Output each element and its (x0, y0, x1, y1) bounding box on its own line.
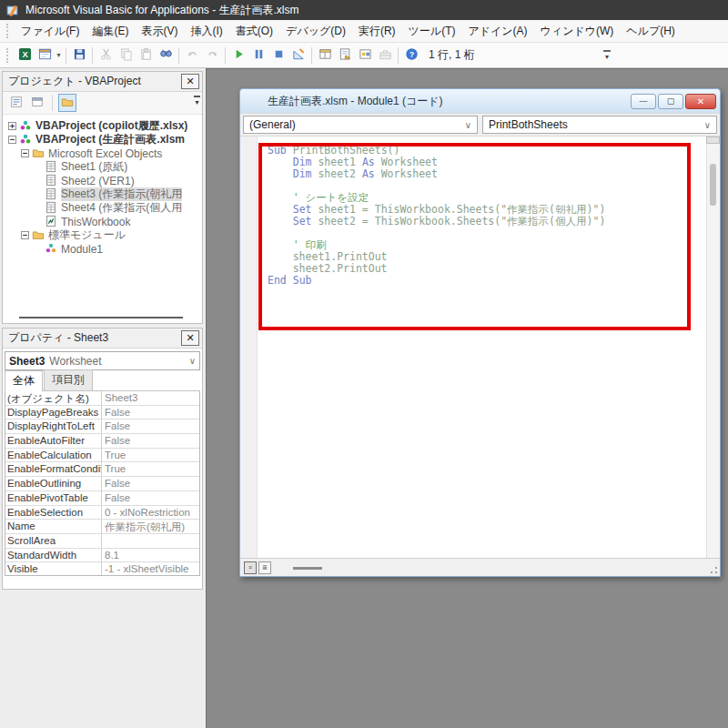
code-vertical-scrollbar[interactable] (706, 136, 720, 558)
insert-userform-button[interactable] (35, 46, 55, 66)
tree-item-sheet1[interactable]: Sheet1 (原紙) (3, 160, 202, 174)
tree-item-project-seisan[interactable]: −VBAProject (生産計画表.xlsm (3, 133, 202, 147)
tab-alphabetic[interactable]: 全体 (5, 370, 43, 391)
property-row[interactable]: ScrollArea (5, 534, 199, 549)
cut-button[interactable] (96, 46, 116, 66)
property-row[interactable]: EnableFormatConditiTrue (5, 462, 199, 477)
property-value[interactable]: False (102, 491, 199, 505)
procedure-view-button[interactable]: ≡ (244, 561, 257, 574)
property-value[interactable]: 作業指示(朝礼用) (102, 520, 199, 533)
reset-button[interactable] (268, 46, 288, 66)
tree-item-module1[interactable]: Module1 (3, 242, 202, 256)
toolbar-overflow-button[interactable]: ▾ (601, 46, 613, 66)
menubar-drag-handle[interactable] (6, 24, 11, 38)
paste-button[interactable] (136, 46, 156, 66)
expander-minus-icon[interactable]: − (21, 231, 29, 239)
close-button[interactable]: ✕ (685, 94, 716, 109)
tree-item-project-copilot[interactable]: +VBAProject (copilot履歴.xlsx) (3, 119, 202, 133)
property-value[interactable]: True (102, 462, 199, 476)
excel-view-button[interactable]: X (15, 46, 35, 66)
menu-item-file[interactable]: ファイル(F) (15, 21, 86, 42)
properties-panel-close-button[interactable]: ✕ (181, 330, 199, 346)
code-editor[interactable]: Sub PrintBothSheets() Dim sheet1 As Work… (258, 136, 706, 558)
expander-plus-icon[interactable]: + (8, 122, 16, 130)
property-value[interactable]: Sheet3 (102, 391, 199, 405)
code-margin-bar[interactable] (240, 136, 258, 558)
maximize-button[interactable]: ▢ (658, 94, 683, 109)
property-row[interactable]: EnablePivotTableFalse (5, 491, 199, 506)
horizontal-scrollbar-thumb[interactable] (293, 567, 322, 570)
design-mode-button[interactable] (288, 46, 308, 66)
property-value[interactable]: False (102, 477, 199, 490)
copy-button[interactable] (116, 46, 136, 66)
property-value[interactable]: False (102, 406, 199, 420)
menu-item-insert[interactable]: 挿入(I) (184, 21, 228, 42)
redo-button[interactable] (202, 46, 222, 66)
properties-object-selector[interactable]: Sheet3 Worksheet ∨ (5, 351, 200, 370)
property-row[interactable]: Name作業指示(朝礼用) (5, 520, 199, 534)
tree-item-excel-objects[interactable]: −Microsoft Excel Objects (3, 147, 202, 160)
property-value[interactable]: False (102, 434, 199, 448)
property-value[interactable]: 8.1 (102, 549, 199, 562)
object-browser-button[interactable] (355, 46, 375, 66)
menu-item-help[interactable]: ヘルプ(H) (620, 21, 682, 42)
project-panel-close-button[interactable]: ✕ (181, 74, 199, 89)
save-button[interactable] (69, 46, 89, 66)
code-window-titlebar[interactable]: 生産計画表.xlsm - Module1 (コード) —▢✕ (240, 89, 720, 113)
property-row[interactable]: EnableCalculationTrue (5, 449, 199, 463)
toggle-folders-button[interactable] (58, 94, 76, 112)
project-explorer-button[interactable] (315, 46, 335, 66)
insert-userform-dropdown-arrow[interactable]: ▾ (55, 51, 63, 59)
code-split-handle[interactable] (706, 136, 720, 144)
expander-minus-icon[interactable]: − (8, 136, 16, 144)
property-row[interactable]: DisplayRightToLeftFalse (5, 420, 199, 434)
undo-button[interactable] (182, 46, 202, 66)
object-dropdown[interactable]: (General) ∨ (243, 116, 478, 134)
vertical-scrollbar-thumb[interactable] (710, 164, 716, 206)
tab-categorized[interactable]: 項目別 (44, 369, 93, 390)
property-row[interactable]: EnableSelection0 - xlNoRestriction (5, 506, 199, 521)
property-row[interactable]: (オブジェクト名)Sheet3 (5, 391, 199, 406)
run-button[interactable] (228, 46, 248, 66)
property-value[interactable]: True (102, 449, 199, 462)
tree-item-std-modules[interactable]: −標準モジュール (3, 228, 202, 242)
property-value[interactable]: False (102, 420, 199, 433)
menu-item-tools[interactable]: ツール(T) (402, 21, 462, 42)
help-button[interactable]: ? (401, 46, 421, 66)
menu-item-debug[interactable]: デバッグ(D) (279, 21, 352, 42)
property-row[interactable]: EnableOutliningFalse (5, 477, 199, 491)
project-tree-hscrollbar[interactable] (19, 317, 183, 318)
property-row[interactable]: EnableAutoFilterFalse (5, 434, 199, 449)
property-value[interactable]: -1 - xlSheetVisible (102, 562, 199, 576)
tree-item-sheet3[interactable]: Sheet3 (作業指示(朝礼用 (3, 187, 202, 201)
property-row[interactable]: Visible-1 - xlSheetVisible (5, 562, 199, 576)
toolbox-button[interactable] (375, 46, 395, 66)
property-row[interactable]: DisplayPageBreaksFalse (5, 406, 199, 420)
procedure-dropdown[interactable]: PrintBothSheets ∨ (482, 116, 717, 134)
minimize-button[interactable]: — (631, 94, 656, 109)
full-module-view-button[interactable]: ≣ (258, 561, 271, 574)
menu-item-view[interactable]: 表示(V) (135, 21, 184, 42)
tree-item-thisworkbook[interactable]: ThisWorkbook (3, 215, 202, 228)
view-code-button[interactable] (7, 94, 25, 112)
find-button[interactable] (156, 46, 176, 66)
menu-item-window[interactable]: ウィンドウ(W) (534, 21, 621, 42)
properties-window-button[interactable] (335, 46, 355, 66)
menu-item-addins[interactable]: アドイン(A) (461, 21, 533, 42)
property-value[interactable] (102, 534, 199, 548)
tree-item-sheet2[interactable]: Sheet2 (VER1) (3, 174, 202, 187)
expander-minus-icon[interactable]: − (21, 149, 29, 157)
menu-item-edit[interactable]: 編集(E) (86, 21, 135, 42)
tree-item-sheet4[interactable]: Sheet4 (作業指示(個人用 (3, 201, 202, 215)
resize-grip[interactable] (706, 562, 717, 573)
property-row[interactable]: StandardWidth8.1 (5, 549, 199, 563)
view-object-button[interactable] (28, 94, 46, 112)
undo-icon (186, 47, 199, 64)
menu-item-format[interactable]: 書式(O) (229, 21, 279, 42)
property-value[interactable]: 0 - xlNoRestriction (102, 506, 199, 520)
property-name: DisplayPageBreaks (5, 406, 102, 420)
menu-item-run[interactable]: 実行(R) (352, 21, 402, 42)
project-toolbar-overflow-button[interactable]: ▾ (194, 96, 200, 106)
toolbar-drag-handle[interactable] (6, 48, 11, 63)
break-button[interactable] (248, 46, 268, 66)
